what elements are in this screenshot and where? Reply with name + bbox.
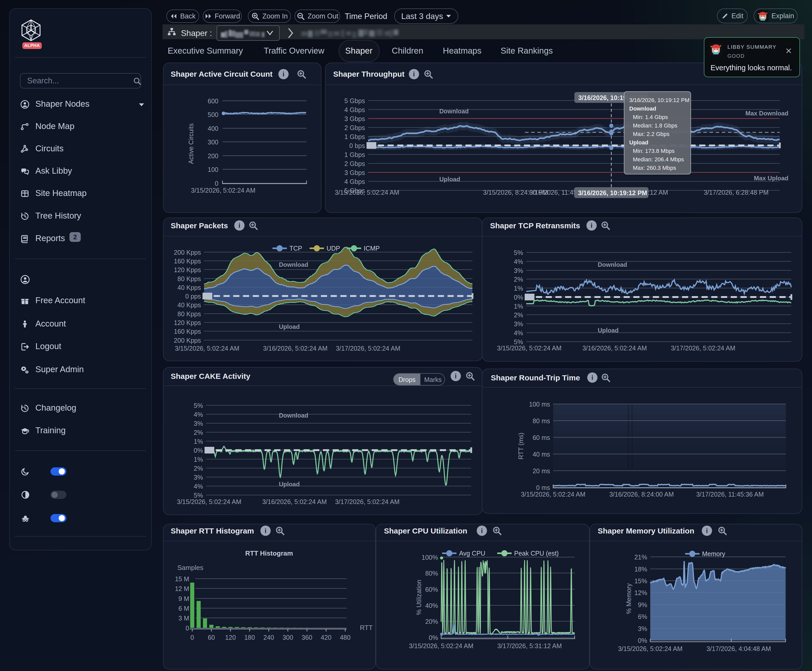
- svg-text:3%: 3%: [638, 625, 647, 632]
- svg-text:3%: 3%: [194, 474, 203, 481]
- svg-text:1%: 1%: [514, 303, 523, 310]
- svg-text:4 Gbps: 4 Gbps: [344, 106, 365, 113]
- svg-text:3/15/2026, 5:02:24 AM: 3/15/2026, 5:02:24 AM: [409, 642, 474, 649]
- svg-text:0 bps: 0 bps: [349, 142, 365, 149]
- svg-text:3/17/2026, 5:02:24 AM: 3/17/2026, 5:02:24 AM: [335, 498, 399, 505]
- svg-text:RTT (ms): RTT (ms): [517, 433, 525, 460]
- svg-text:4 Gbps: 4 Gbps: [344, 178, 365, 185]
- svg-text:2 Gbps: 2 Gbps: [344, 160, 365, 167]
- svg-text:3/15/2026, 5:02:24 AM: 3/15/2026, 5:02:24 AM: [335, 189, 399, 196]
- svg-text:3/15/2026, 5:02:24 AM: 3/15/2026, 5:02:24 AM: [175, 345, 240, 352]
- svg-text:Max: 2.2 Gbps: Max: 2.2 Gbps: [633, 131, 669, 137]
- svg-text:3/16/2026, 10:19:12 PM: 3/16/2026, 10:19:12 PM: [629, 97, 690, 103]
- svg-text:18%: 18%: [634, 565, 647, 573]
- svg-text:Upload: Upload: [629, 139, 649, 146]
- svg-text:5%: 5%: [514, 249, 523, 256]
- svg-text:15%: 15%: [634, 577, 647, 584]
- svg-text:120 Kpps: 120 Kpps: [174, 266, 201, 273]
- svg-text:3/16/2026, 5:02:24 AM: 3/16/2026, 5:02:24 AM: [262, 498, 327, 505]
- svg-text:3 M: 3 M: [178, 615, 189, 622]
- svg-text:Max Download: Max Download: [745, 110, 788, 117]
- svg-text:0%: 0%: [638, 637, 647, 644]
- svg-text:2 Gbps: 2 Gbps: [344, 124, 365, 131]
- svg-text:Avg CPU: Avg CPU: [459, 550, 485, 557]
- svg-text:3 Gbps: 3 Gbps: [344, 115, 365, 123]
- svg-text:200: 200: [207, 152, 218, 160]
- svg-text:120: 120: [225, 634, 236, 641]
- svg-text:5%: 5%: [194, 492, 203, 499]
- svg-text:80%: 80%: [425, 570, 438, 577]
- svg-text:1 Gbps: 1 Gbps: [344, 151, 365, 158]
- svg-text:3/17/2026, 5:31:12 AM: 3/17/2026, 5:31:12 AM: [497, 642, 562, 649]
- svg-text:100%: 100%: [421, 554, 438, 561]
- svg-text:40 Kpps: 40 Kpps: [177, 284, 201, 291]
- svg-text:0 ms: 0 ms: [536, 484, 550, 491]
- svg-text:Median: 206.4 Mbps: Median: 206.4 Mbps: [633, 156, 684, 163]
- svg-text:3/16/2026, 10:19:12 PM: 3/16/2026, 10:19:12 PM: [578, 189, 647, 196]
- svg-text:3/17/2026, 5:02:24 AM: 3/17/2026, 5:02:24 AM: [671, 344, 736, 352]
- svg-text:2%: 2%: [194, 429, 203, 436]
- svg-text:40 ms: 40 ms: [533, 451, 550, 458]
- svg-text:2%: 2%: [514, 276, 523, 283]
- svg-text:6%: 6%: [638, 613, 647, 620]
- svg-text:200 Kpps: 200 Kpps: [174, 249, 201, 256]
- svg-text:160 Kpps: 160 Kpps: [174, 328, 201, 335]
- svg-text:% Utilization: % Utilization: [415, 580, 422, 615]
- svg-text:60%: 60%: [425, 586, 438, 593]
- svg-text:360: 360: [302, 634, 313, 641]
- svg-text:200 Kpps: 200 Kpps: [174, 337, 201, 344]
- svg-text:480: 480: [340, 634, 351, 641]
- svg-text:60 ms: 60 ms: [533, 434, 550, 441]
- svg-text:Upload: Upload: [279, 323, 300, 330]
- svg-text:RTT Histogram: RTT Histogram: [245, 549, 293, 557]
- svg-text:RTT: RTT: [360, 624, 373, 632]
- svg-text:400: 400: [207, 125, 218, 132]
- svg-text:3/17/2026, 11:45:36 AM: 3/17/2026, 11:45:36 AM: [696, 490, 764, 498]
- svg-text:Upload: Upload: [279, 481, 300, 488]
- svg-text:80 Kpps: 80 Kpps: [177, 310, 201, 318]
- svg-text:9 M: 9 M: [178, 595, 189, 602]
- svg-text:3 Gbps: 3 Gbps: [344, 169, 365, 176]
- svg-text:Download: Download: [598, 261, 627, 268]
- svg-text:Download: Download: [629, 106, 656, 112]
- svg-text:5 Gbps: 5 Gbps: [344, 97, 365, 104]
- svg-text:0%: 0%: [194, 447, 203, 454]
- svg-text:Median: 1.8 Gbps: Median: 1.8 Gbps: [633, 123, 678, 129]
- svg-text:% Memory: % Memory: [625, 583, 632, 614]
- svg-text:Download: Download: [279, 261, 308, 268]
- svg-text:2%: 2%: [194, 465, 203, 472]
- svg-text:6 M: 6 M: [178, 605, 189, 612]
- svg-text:4%: 4%: [194, 483, 203, 490]
- svg-text:240: 240: [263, 634, 274, 641]
- svg-text:0%: 0%: [514, 294, 523, 301]
- svg-text:5%: 5%: [194, 402, 203, 409]
- svg-text:Upload: Upload: [598, 327, 618, 334]
- svg-text:160 Kpps: 160 Kpps: [174, 257, 201, 265]
- svg-text:Max: 260.3 Mbps: Max: 260.3 Mbps: [633, 165, 676, 171]
- svg-text:3/15/2026, 5:02:24 AM: 3/15/2026, 5:02:24 AM: [177, 498, 241, 505]
- svg-text:3/15/2026, 5:02:24 AM: 3/15/2026, 5:02:24 AM: [521, 490, 585, 498]
- svg-text:Upload: Upload: [439, 176, 460, 182]
- svg-text:80 Kpps: 80 Kpps: [177, 275, 201, 283]
- svg-text:1 Gbps: 1 Gbps: [344, 133, 365, 140]
- svg-text:20 ms: 20 ms: [533, 467, 550, 475]
- svg-text:Min: 1.4 Gbps: Min: 1.4 Gbps: [633, 114, 668, 120]
- svg-text:3/16/2026, 5:02:24 AM: 3/16/2026, 5:02:24 AM: [263, 345, 328, 352]
- svg-text:Download: Download: [439, 108, 469, 115]
- svg-text:0: 0: [190, 634, 194, 641]
- svg-text:3%: 3%: [514, 320, 523, 327]
- svg-text:40 Kpps: 40 Kpps: [177, 301, 201, 308]
- svg-text:UDP: UDP: [326, 245, 340, 252]
- svg-text:180: 180: [244, 634, 255, 641]
- svg-text:600: 600: [207, 97, 218, 105]
- svg-text:0%: 0%: [429, 634, 438, 641]
- svg-text:120 Kpps: 120 Kpps: [174, 319, 201, 326]
- svg-text:0: 0: [185, 625, 189, 632]
- svg-text:3/17/2026, 6:28:48 PM: 3/17/2026, 6:28:48 PM: [704, 189, 769, 196]
- svg-text:2%: 2%: [514, 312, 523, 318]
- svg-text:3/15/2026, 5:02:24 AM: 3/15/2026, 5:02:24 AM: [618, 645, 683, 652]
- svg-text:40%: 40%: [425, 602, 438, 609]
- svg-text:4%: 4%: [514, 329, 523, 337]
- svg-text:300: 300: [282, 634, 293, 641]
- svg-text:Min: 173.8 Mbps: Min: 173.8 Mbps: [633, 148, 674, 154]
